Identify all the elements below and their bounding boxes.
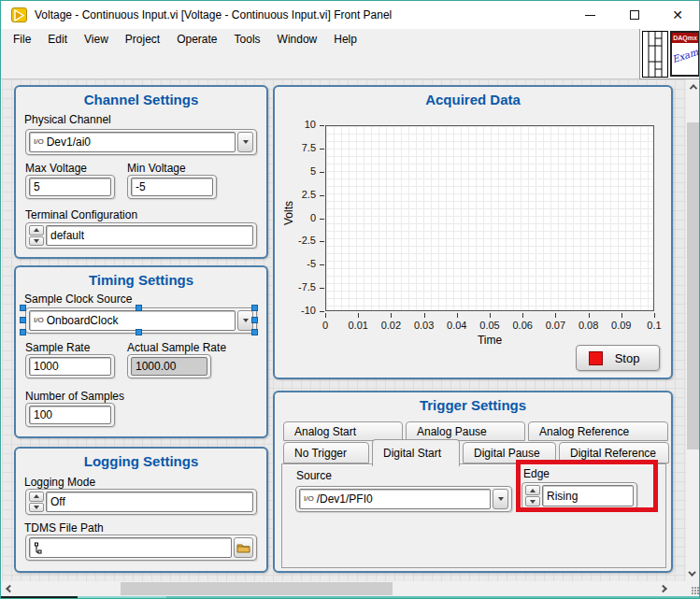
- tdms-path-label: TDMS File Path: [24, 521, 104, 535]
- stop-square-icon: [589, 351, 603, 365]
- terminal-config-spinner[interactable]: [29, 225, 44, 246]
- scroll-left-button[interactable]: [1, 581, 16, 596]
- timing-settings-panel: Timing Settings Sample Clock Source I/OO…: [14, 265, 268, 438]
- x-tick-label: 0.01: [341, 320, 375, 331]
- y-tick-label: 5: [275, 165, 316, 177]
- scroll-down-button[interactable]: [686, 566, 700, 581]
- sample-rate-value: 1000: [34, 360, 59, 373]
- y-tick-label: 0: [275, 212, 316, 223]
- tab-no-trigger[interactable]: No Trigger: [283, 442, 369, 464]
- selection-handle[interactable]: [136, 305, 142, 311]
- graph: Volts Time 107.552.50-2.5-5-7.5-1000.010…: [275, 87, 675, 381]
- logging-mode-spinner[interactable]: [29, 492, 44, 512]
- logging-mode-value: Off: [50, 495, 65, 508]
- red-highlight-annotation: [516, 460, 658, 512]
- tick-x: [325, 313, 326, 318]
- browse-button[interactable]: [234, 537, 253, 558]
- actual-rate-label: Actual Sample Rate: [127, 341, 226, 354]
- toolbar: 15pt Application Font ▸| ?: [1, 50, 639, 79]
- window-title: Voltage - Continuous Input.vi [Voltage -…: [35, 8, 392, 21]
- resize-grip-icon[interactable]: [692, 587, 699, 594]
- tick-y: [320, 219, 324, 220]
- physical-channel-dropdown-button[interactable]: [237, 132, 253, 152]
- tdms-path-control[interactable]: [25, 535, 257, 561]
- tick-y: [320, 172, 324, 173]
- tab-analog-pause[interactable]: Analog Pause: [406, 421, 525, 441]
- menu-view[interactable]: View: [76, 33, 117, 46]
- close-button[interactable]: ✕: [661, 1, 694, 29]
- chevron-left-icon: [6, 585, 13, 592]
- source-dropdown-button[interactable]: [493, 489, 508, 509]
- trigger-settings-title: Trigger Settings: [275, 397, 671, 413]
- menu-window[interactable]: Window: [269, 33, 326, 46]
- selection-handle[interactable]: [20, 317, 26, 323]
- vertical-scroll-thumb[interactable]: [687, 122, 700, 449]
- terminal-config-label: Terminal Configuration: [25, 208, 137, 221]
- trigger-settings-panel: Trigger Settings Analog StartAnalog Paus…: [273, 391, 673, 573]
- source-combo[interactable]: I/O/Dev1/PFI0: [295, 486, 512, 512]
- sample-rate-field[interactable]: 1000: [25, 354, 115, 378]
- sample-rate-label: Sample Rate: [25, 341, 90, 354]
- selection-handle[interactable]: [251, 329, 258, 335]
- horizontal-scroll-thumb[interactable]: [121, 582, 393, 595]
- max-voltage-field[interactable]: 5: [25, 175, 115, 199]
- chevron-down-icon: [243, 319, 249, 322]
- terminal-config-control[interactable]: default: [25, 222, 257, 249]
- vi-icon[interactable]: DAQmx Example: [670, 31, 700, 77]
- connector-pane-icon[interactable]: [642, 31, 668, 78]
- tick-y: [320, 149, 324, 150]
- physical-channel-combo[interactable]: I/ODev1/ai0: [25, 129, 257, 155]
- y-tick-label: -10: [275, 305, 316, 316]
- scroll-right-button[interactable]: [657, 581, 672, 596]
- channel-settings-title: Channel Settings: [16, 92, 266, 107]
- maximize-button[interactable]: [618, 1, 651, 29]
- selection-handle[interactable]: [20, 329, 26, 335]
- scroll-up-button[interactable]: [686, 79, 700, 94]
- vi-icon-banner: DAQmx: [672, 33, 698, 43]
- tick-x: [555, 313, 556, 318]
- selection-handle[interactable]: [251, 317, 258, 323]
- logging-settings-title: Logging Settings: [16, 453, 266, 469]
- tab-analog-reference[interactable]: Analog Reference: [528, 421, 668, 441]
- tab-analog-start[interactable]: Analog Start: [283, 421, 403, 441]
- y-tick-label: -5: [275, 258, 316, 269]
- tick-y: [320, 195, 324, 196]
- y-tick-label: 7.5: [275, 142, 316, 153]
- vertical-scrollbar[interactable]: [686, 79, 700, 581]
- menu-tools[interactable]: Tools: [226, 33, 269, 46]
- x-tick-label: 0.05: [473, 320, 507, 331]
- vi-icon-label: Example: [671, 47, 699, 64]
- menu-project[interactable]: Project: [117, 33, 168, 46]
- tick-x: [621, 313, 622, 318]
- menu-help[interactable]: Help: [325, 33, 365, 46]
- tick-y: [320, 288, 324, 289]
- min-voltage-field[interactable]: -5: [127, 175, 217, 199]
- selection-handle[interactable]: [251, 305, 258, 311]
- actual-rate-indicator: 1000.00: [127, 354, 211, 378]
- stop-button[interactable]: Stop: [576, 345, 660, 371]
- x-tick-label: 0.09: [605, 320, 638, 331]
- tick-x: [424, 313, 425, 318]
- selection-handle[interactable]: [136, 329, 142, 335]
- x-tick-label: 0.07: [538, 320, 572, 331]
- labview-window: Voltage - Continuous Input.vi [Voltage -…: [0, 0, 700, 599]
- x-tick-label: 0.08: [572, 320, 606, 331]
- source-label: Source: [296, 469, 332, 482]
- menu-operate[interactable]: Operate: [168, 33, 225, 46]
- channel-settings-panel: Channel Settings Physical Channel I/ODev…: [14, 85, 268, 259]
- min-voltage-label: Min Voltage: [127, 162, 186, 175]
- menu-edit[interactable]: Edit: [39, 33, 76, 46]
- menu-file[interactable]: File: [5, 33, 39, 46]
- num-samples-field[interactable]: 100: [25, 403, 115, 427]
- logging-mode-control[interactable]: Off: [25, 489, 257, 515]
- sample-clock-value: OnboardClock: [47, 314, 119, 327]
- tab-digital-start[interactable]: Digital Start: [372, 439, 460, 466]
- physical-channel-label: Physical Channel: [24, 113, 111, 126]
- plot-area[interactable]: [325, 125, 654, 311]
- y-tick-label: 10: [275, 119, 316, 130]
- minimize-button[interactable]: [573, 1, 607, 29]
- horizontal-scrollbar[interactable]: [1, 581, 686, 596]
- stop-button-label: Stop: [603, 351, 651, 365]
- selection-handle[interactable]: [20, 305, 26, 311]
- title-bar: Voltage - Continuous Input.vi [Voltage -…: [1, 1, 700, 29]
